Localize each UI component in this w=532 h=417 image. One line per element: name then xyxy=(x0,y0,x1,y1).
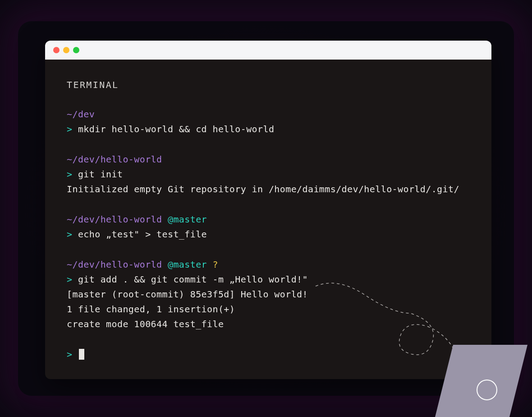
titlebar xyxy=(45,41,491,60)
command-block: ~/dev/hello-world @master > echo „test" … xyxy=(67,212,470,242)
branch-text: @master xyxy=(168,214,207,225)
close-icon[interactable] xyxy=(53,47,60,53)
prompt-symbol: > xyxy=(67,349,72,360)
path-text: ~/dev/hello-world xyxy=(67,259,162,270)
command-text: mkdir hello-world && cd hello-world xyxy=(78,124,274,134)
svg-marker-0 xyxy=(433,345,527,417)
command-text: git init xyxy=(78,169,123,180)
command-block: ~/dev/hello-world @master ? > git add . … xyxy=(67,257,470,332)
maximize-icon[interactable] xyxy=(73,47,79,53)
output-text: Initialized empty Git repository in /hom… xyxy=(67,182,470,197)
path-text: ~/dev/hello-world xyxy=(67,214,162,225)
status-text: ? xyxy=(213,259,218,270)
output-text: 1 file changed, 1 insertion(+) xyxy=(67,302,470,317)
prompt-symbol: > xyxy=(67,169,72,180)
path-text: ~/dev xyxy=(67,109,95,120)
command-text: echo „test" > test_file xyxy=(78,229,207,240)
cursor-icon xyxy=(79,349,84,360)
command-text: git add . && git commit -m „Hello world!… xyxy=(78,274,308,285)
terminal-window: TERMINAL ~/dev > mkdir hello-world && cd… xyxy=(45,41,491,379)
terminal-title: TERMINAL xyxy=(67,78,470,93)
prompt-symbol: > xyxy=(67,124,72,134)
output-text: [master (root-commit) 85e3f5d] Hello wor… xyxy=(67,287,470,302)
output-text: create mode 100644 test_file xyxy=(67,317,470,332)
branch-text: @master xyxy=(168,259,207,270)
path-text: ~/dev/hello-world xyxy=(67,154,162,165)
command-block: ~/dev > mkdir hello-world && cd hello-wo… xyxy=(67,107,470,137)
command-block: > xyxy=(67,347,470,362)
terminal-body[interactable]: TERMINAL ~/dev > mkdir hello-world && cd… xyxy=(45,60,491,379)
minimize-icon[interactable] xyxy=(63,47,69,53)
prompt-symbol: > xyxy=(67,274,72,285)
prompt-symbol: > xyxy=(67,229,72,240)
command-block: ~/dev/hello-world > git init Initialized… xyxy=(67,152,470,197)
paper-decoration-icon xyxy=(428,340,527,417)
